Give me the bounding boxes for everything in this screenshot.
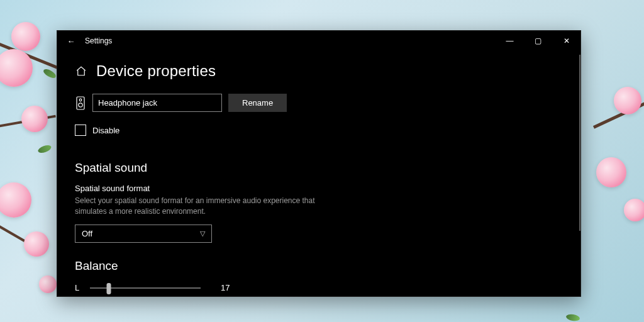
balance-slider-thumb[interactable] — [106, 283, 111, 294]
back-button[interactable]: ← — [62, 32, 80, 50]
svg-point-1 — [79, 99, 82, 101]
spatial-section-title: Spatial sound — [75, 161, 563, 175]
rename-button[interactable]: Rename — [228, 94, 287, 112]
titlebar: ← Settings — ▢ ✕ — [57, 31, 580, 51]
window-controls: — ▢ ✕ — [496, 31, 580, 51]
spatial-description: Select your spatial sound format for an … — [75, 196, 333, 217]
svg-point-2 — [79, 103, 82, 106]
spatial-selected-value: Off — [82, 229, 92, 238]
home-icon[interactable] — [75, 65, 87, 77]
balance-left-label: L — [75, 283, 84, 292]
page-title: Device properties — [96, 62, 216, 80]
balance-section-title: Balance — [75, 259, 563, 273]
settings-window: ← Settings — ▢ ✕ Device properties — [57, 30, 581, 297]
disable-checkbox[interactable] — [75, 125, 86, 136]
device-name-input[interactable] — [92, 94, 222, 112]
content-area: Device properties Rename Disable Spatial… — [57, 51, 580, 296]
minimize-button[interactable]: — — [496, 31, 524, 51]
spatial-field-label: Spatial sound format — [75, 184, 563, 193]
spatial-format-select[interactable]: Off ▽ — [75, 225, 212, 243]
maximize-button[interactable]: ▢ — [524, 31, 552, 51]
balance-value: 17 — [221, 283, 230, 292]
chevron-down-icon: ▽ — [200, 230, 205, 238]
disable-label: Disable — [92, 126, 119, 135]
balance-slider[interactable] — [90, 282, 201, 294]
app-title: Settings — [85, 36, 112, 45]
speaker-icon — [75, 96, 86, 110]
scrollbar[interactable] — [579, 55, 580, 231]
close-button[interactable]: ✕ — [552, 31, 580, 51]
